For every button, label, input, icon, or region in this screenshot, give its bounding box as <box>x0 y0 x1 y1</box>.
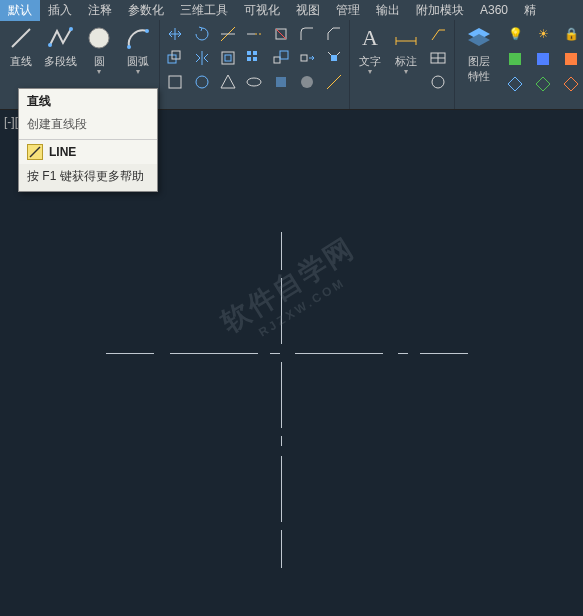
move-icon[interactable] <box>165 23 185 45</box>
text-tool[interactable]: A 文字 ▾ <box>354 22 386 94</box>
menu-bar: 默认 插入 注释 参数化 三维工具 可视化 视图 管理 输出 附加模块 A360… <box>0 0 583 20</box>
svg-rect-17 <box>253 51 257 55</box>
dimension-tool[interactable]: 标注 ▾ <box>390 22 422 94</box>
svg-marker-46 <box>564 77 578 91</box>
array-icon[interactable] <box>244 47 264 69</box>
circle-tool[interactable]: 圆 ▾ <box>82 22 116 77</box>
layer-properties-tool[interactable]: 图层 特性 <box>459 22 499 96</box>
line-icon <box>7 24 35 52</box>
menu-tab-parametric[interactable]: 参数化 <box>120 0 172 21</box>
menu-tab-default[interactable]: 默认 <box>0 0 40 21</box>
tooltip-title: 直线 <box>19 89 157 114</box>
line-tool[interactable]: 直线 <box>4 22 38 77</box>
more-annot-icon[interactable] <box>427 71 449 93</box>
layer-z-icon[interactable] <box>560 73 582 95</box>
arc-icon <box>124 24 152 52</box>
layer-freeze-icon[interactable]: ☀ <box>532 23 554 45</box>
svg-rect-20 <box>274 57 280 63</box>
svg-point-27 <box>196 76 208 88</box>
tool-c-icon[interactable] <box>218 71 238 93</box>
svg-rect-19 <box>253 57 257 61</box>
copy-icon[interactable] <box>165 47 185 69</box>
layer-y-icon[interactable] <box>532 73 554 95</box>
ribbon-group-annotation: A 文字 ▾ 标注 ▾ <box>350 20 455 109</box>
menu-tab-output[interactable]: 输出 <box>368 0 408 21</box>
chevron-down-icon: ▾ <box>136 69 140 75</box>
line-tooltip: 直线 创建直线段 LINE 按 F1 键获得更多帮助 <box>18 88 158 192</box>
menu-tab-addons[interactable]: 附加模块 <box>408 0 472 21</box>
explode-icon[interactable] <box>324 47 344 69</box>
menu-tab-visualize[interactable]: 可视化 <box>236 0 288 21</box>
centerline-v-segment <box>281 232 282 270</box>
erase-icon[interactable] <box>271 23 291 45</box>
menu-tab-annotate[interactable]: 注释 <box>80 0 120 21</box>
text-icon: A <box>356 24 384 52</box>
centerline-h-segment <box>106 353 154 354</box>
menu-tab-insert[interactable]: 插入 <box>40 0 80 21</box>
leader-icon[interactable] <box>427 23 449 45</box>
rotate-icon[interactable] <box>191 23 211 45</box>
centerline-v-segment <box>281 362 282 428</box>
line-label: 直线 <box>10 54 32 69</box>
centerline-v-segment <box>281 278 282 344</box>
ribbon-group-layers: 图层 特性 💡 ☀ 🔒 <box>455 20 583 109</box>
centerline-h-segment <box>420 353 468 354</box>
layer-lock-icon[interactable]: 🔒 <box>560 23 582 45</box>
menu-tab-view[interactable]: 视图 <box>288 0 328 21</box>
menu-tab-a360[interactable]: A360 <box>472 1 516 19</box>
svg-rect-15 <box>225 55 231 61</box>
trim-icon[interactable] <box>218 23 238 45</box>
ribbon-group-modify <box>160 20 350 109</box>
svg-point-29 <box>247 78 261 86</box>
svg-rect-23 <box>331 55 337 61</box>
menu-tab-3dtools[interactable]: 三维工具 <box>172 0 236 21</box>
extend-icon[interactable] <box>244 23 264 45</box>
svg-line-25 <box>337 52 340 55</box>
scale-icon[interactable] <box>271 47 291 69</box>
layer-label: 图层 特性 <box>468 54 490 84</box>
svg-rect-21 <box>280 51 288 59</box>
fillet-icon[interactable] <box>297 23 317 45</box>
tool-b-icon[interactable] <box>191 71 211 93</box>
tooltip-command: LINE <box>19 140 157 164</box>
svg-rect-18 <box>247 57 251 61</box>
table-icon[interactable] <box>427 47 449 69</box>
svg-marker-45 <box>536 77 550 91</box>
svg-point-1 <box>48 43 52 47</box>
svg-line-24 <box>328 52 331 55</box>
view-controls-label[interactable]: [-][ <box>4 115 18 129</box>
menu-tab-manage[interactable]: 管理 <box>328 0 368 21</box>
svg-point-2 <box>69 27 73 31</box>
svg-line-47 <box>30 147 40 157</box>
arc-tool[interactable]: 圆弧 ▾ <box>121 22 155 77</box>
menu-tab-more[interactable]: 精 <box>516 0 544 21</box>
tooltip-help: 按 F1 键获得更多帮助 <box>19 164 157 191</box>
svg-rect-26 <box>169 76 181 88</box>
layer-color-icon[interactable] <box>504 48 526 70</box>
centerline-v-segment <box>281 436 282 446</box>
polyline-tool[interactable]: 多段线 <box>42 22 78 77</box>
layer-iso-icon[interactable] <box>532 48 554 70</box>
tool-g-icon[interactable] <box>324 71 344 93</box>
tool-d-icon[interactable] <box>244 71 264 93</box>
svg-rect-16 <box>247 51 251 55</box>
chamfer-icon[interactable] <box>324 23 344 45</box>
svg-line-0 <box>12 29 30 47</box>
svg-rect-14 <box>222 52 234 64</box>
offset-icon[interactable] <box>218 47 238 69</box>
tool-a-icon[interactable] <box>165 71 185 93</box>
svg-marker-40 <box>468 34 490 46</box>
centerline-v-segment <box>281 456 282 522</box>
stretch-icon[interactable] <box>297 47 317 69</box>
chevron-down-icon: ▾ <box>404 69 408 75</box>
tool-f-icon[interactable] <box>297 71 317 93</box>
command-line-icon <box>27 144 43 160</box>
centerline-h-segment <box>170 353 258 354</box>
svg-point-5 <box>145 29 149 33</box>
mirror-icon[interactable] <box>191 47 211 69</box>
layer-match-icon[interactable] <box>560 48 582 70</box>
tool-e-icon[interactable] <box>271 71 291 93</box>
layer-x-icon[interactable] <box>504 73 526 95</box>
layer-on-icon[interactable]: 💡 <box>504 23 526 45</box>
svg-point-38 <box>432 76 444 88</box>
